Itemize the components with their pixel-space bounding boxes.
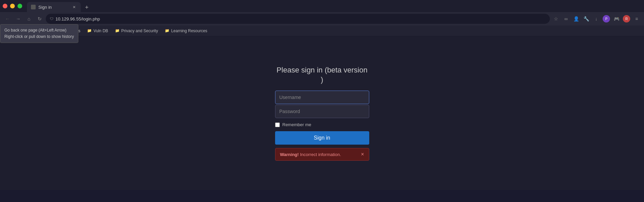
warning-message: Incorrect information. xyxy=(299,152,341,157)
star-button[interactable]: ☆ xyxy=(551,14,561,23)
back-icon: ← xyxy=(5,16,10,21)
username-group xyxy=(275,91,369,104)
password-input[interactable] xyxy=(275,105,369,118)
nav-right-buttons: ☆ ∞ 👤 🔧 ↓ P 🎮 R ≡ xyxy=(551,14,641,23)
bookmark-folder-icon-3: 📁 xyxy=(115,29,120,33)
active-tab[interactable]: Sign in ✕ xyxy=(27,2,81,12)
warning-bold-text: Warning! xyxy=(280,152,299,157)
username-input[interactable] xyxy=(275,91,369,104)
address-bar-container[interactable]: 🛡 xyxy=(46,14,550,24)
profile-button[interactable]: P xyxy=(602,14,611,23)
maximize-window-button[interactable]: + xyxy=(17,4,22,8)
bookmark-folder-icon-1: 📁 xyxy=(45,29,50,33)
forward-icon: → xyxy=(16,16,21,21)
remember-me-label: Remember me xyxy=(282,122,311,127)
bookmark-label-4: Learning Resources xyxy=(171,29,207,33)
login-container: Please sign in (beta version ) Remember … xyxy=(275,65,369,161)
lock-icon: 🛡 xyxy=(50,17,53,21)
tab-title: Sign in xyxy=(38,5,52,10)
extensions-button[interactable]: 🔧 xyxy=(581,14,591,23)
window-controls: ✕ − + xyxy=(3,4,22,8)
bookmark-vuln-db[interactable]: 📁 Vuln DB xyxy=(84,27,111,35)
signin-button[interactable]: Sign in xyxy=(275,131,369,145)
menu-button[interactable]: ≡ xyxy=(632,14,641,23)
reload-icon: ↻ xyxy=(38,16,42,21)
downloads-button[interactable]: ↓ xyxy=(592,14,601,23)
warning-close-button[interactable]: × xyxy=(361,152,364,157)
reload-button[interactable]: ↻ xyxy=(35,14,44,23)
red-avatar-button[interactable]: R xyxy=(622,14,631,23)
reader-mode-button[interactable]: ∞ xyxy=(561,14,571,23)
account-icon: 👤 xyxy=(573,16,579,21)
bookmark-folder-icon-4: 📁 xyxy=(165,29,169,33)
hamburger-icon: ≡ xyxy=(635,16,638,21)
star-icon: ☆ xyxy=(554,16,558,21)
bookmark-hack-the-box[interactable]: 📁 Hack The Box xyxy=(4,27,41,35)
nav-bar: ← → ⌂ ↻ 🛡 ☆ ∞ 👤 🔧 xyxy=(0,12,644,26)
minimize-window-button[interactable]: − xyxy=(10,4,15,8)
puzzle-icon: 🔧 xyxy=(583,16,589,21)
page-content: Please sign in (beta version ) Remember … xyxy=(0,36,644,190)
bookmark-label-2: Vuln DB xyxy=(93,29,108,33)
bookmark-learning-resources[interactable]: 📁 Learning Resources xyxy=(162,27,210,35)
bookmarks-bar: 📁 Hack The Box 📁 OSINT Services 📁 Vuln D… xyxy=(0,26,644,36)
bookmark-folder-icon-2: 📁 xyxy=(87,29,92,33)
profile-avatar: P xyxy=(603,15,610,22)
bookmark-label-1: OSINT Services xyxy=(51,29,80,33)
remember-me-row: Remember me xyxy=(275,122,369,127)
gamepad-button[interactable]: 🎮 xyxy=(612,14,621,23)
login-title: Please sign in (beta version ) xyxy=(275,65,369,85)
password-group xyxy=(275,105,369,118)
remember-me-checkbox[interactable] xyxy=(275,122,280,127)
home-icon: ⌂ xyxy=(28,16,30,21)
download-icon: ↓ xyxy=(595,16,598,21)
home-button[interactable]: ⌂ xyxy=(24,14,34,23)
tab-favicon-icon xyxy=(31,5,36,9)
bookmark-label-0: Hack The Box xyxy=(13,29,38,33)
account-button[interactable]: 👤 xyxy=(571,14,581,23)
close-window-button[interactable]: ✕ xyxy=(3,4,7,8)
warning-text: Warning! Incorrect information. xyxy=(280,152,341,157)
forward-button[interactable]: → xyxy=(13,14,23,23)
bookmark-osint-services[interactable]: 📁 OSINT Services xyxy=(42,27,83,35)
browser-chrome: ✕ − + Sign in ✕ + ← → ⌂ ↻ 🛡 xyxy=(0,0,644,36)
warning-alert: Warning! Incorrect information. × xyxy=(275,148,369,161)
title-bar: ✕ − + Sign in ✕ + xyxy=(0,0,644,12)
address-input[interactable] xyxy=(55,16,546,21)
new-tab-button[interactable]: + xyxy=(82,3,91,12)
back-button[interactable]: ← xyxy=(3,14,12,23)
bookmark-privacy-security[interactable]: 📁 Privacy and Security xyxy=(112,27,161,35)
reader-icon: ∞ xyxy=(564,16,568,21)
tab-close-button[interactable]: ✕ xyxy=(71,4,77,10)
bookmark-folder-icon-0: 📁 xyxy=(7,29,11,33)
bookmark-label-3: Privacy and Security xyxy=(121,29,158,33)
red-avatar-icon: R xyxy=(623,15,630,22)
gamepad-icon: 🎮 xyxy=(614,16,619,21)
